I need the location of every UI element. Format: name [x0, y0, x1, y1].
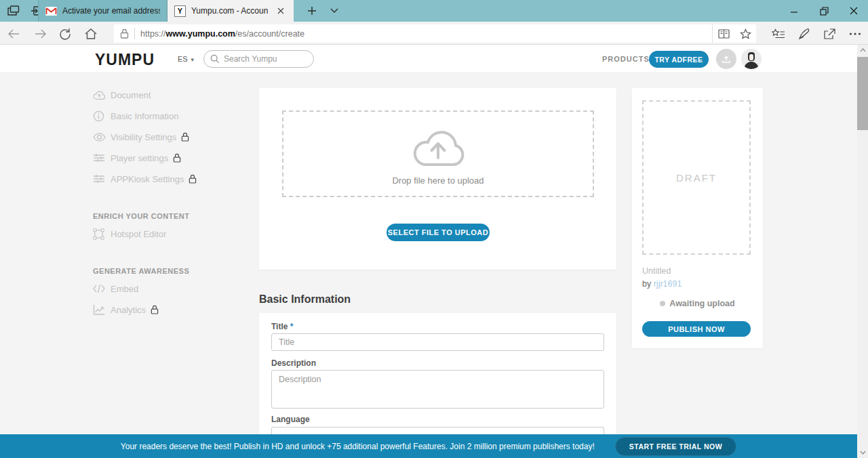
draft-placeholder: DRAFT	[642, 100, 751, 255]
sidebar-item-basic-information[interactable]: Basic Information	[93, 108, 178, 123]
sidebar-section-enrich: ENRICH YOUR CONTENT	[93, 212, 190, 220]
status-badge: Awaiting upload	[669, 299, 734, 308]
sidebar-item-label: Player settings	[111, 153, 168, 163]
lock-icon	[151, 305, 159, 314]
sidebar-item-embed[interactable]: Embed	[93, 281, 138, 296]
address-separator	[134, 28, 135, 39]
site-lock-icon[interactable]	[120, 28, 129, 39]
search-input[interactable]	[224, 54, 302, 64]
start-free-trial-button[interactable]: START FREE TRIAL NOW	[615, 437, 736, 456]
cloud-upload-icon	[283, 125, 593, 171]
site-header: YUMPU ES ▼ PRODUCTS TRY ADFREE	[0, 45, 868, 73]
publish-now-button[interactable]: PUBLISH NOW	[642, 321, 751, 337]
file-drop-zone[interactable]: Drop file here to upload	[282, 110, 594, 197]
minimize-button[interactable]	[778, 0, 809, 22]
status-dot-icon	[660, 301, 665, 306]
by-label: by	[642, 279, 654, 289]
share-icon[interactable]	[821, 26, 837, 42]
reading-view-icon[interactable]	[713, 24, 734, 43]
search-box[interactable]	[203, 50, 314, 68]
language-label: ES	[178, 55, 188, 63]
select-file-button[interactable]: SELECT FILE TO UPLOAD	[387, 224, 490, 241]
sidebar-item-label: Basic Information	[111, 111, 178, 121]
info-icon	[93, 110, 106, 122]
url-text[interactable]: https://www.yumpu.com/es/account/create	[140, 29, 304, 39]
new-tab-icon[interactable]	[300, 0, 323, 22]
document-title: Untitled	[642, 266, 671, 276]
scroll-down-icon[interactable]	[857, 447, 868, 458]
title-label-text: Title	[271, 322, 288, 331]
close-window-button[interactable]	[840, 0, 868, 22]
refresh-icon[interactable]	[57, 26, 73, 42]
tab-gmail[interactable]: Activate your email address	[38, 0, 167, 22]
sidebar-item-label: Hotspot Editor	[111, 229, 166, 239]
url-domain: www.yumpu.com	[166, 29, 235, 39]
document-preview-card: DRAFT Untitled by rjjr1691 Awaiting uplo…	[632, 88, 763, 348]
tab-title: Activate your email address	[62, 6, 160, 16]
language-label: Language	[271, 415, 310, 424]
title-input[interactable]	[271, 333, 604, 351]
scroll-up-icon[interactable]	[857, 45, 868, 56]
tab-title: Yumpu.com - Account -	[191, 6, 268, 16]
user-avatar[interactable]	[741, 49, 762, 69]
sidebar-item-label: Embed	[111, 284, 138, 294]
sidebar-item-label: Document	[111, 90, 151, 100]
scrollbar-thumb[interactable]	[857, 57, 868, 130]
sidebar-item-hotspot-editor[interactable]: Hotspot Editor	[93, 226, 166, 241]
web-notes-pen-icon[interactable]	[796, 26, 812, 42]
sidebar-item-appkiosk-settings[interactable]: APPKiosk Settings	[93, 171, 197, 186]
author-link[interactable]: rjjr1691	[654, 279, 682, 289]
settings-ellipsis-icon[interactable]	[847, 26, 863, 42]
page-scrollbar[interactable]	[857, 45, 868, 458]
address-bar[interactable]: https://www.yumpu.com/es/account/create	[114, 24, 756, 43]
restore-window-button[interactable]	[809, 0, 840, 22]
sidebar-item-analytics[interactable]: Analytics	[93, 302, 159, 317]
description-label: Description	[271, 358, 316, 368]
url-scheme: https://	[140, 29, 166, 39]
lock-icon	[181, 132, 189, 142]
byline: by rjjr1691	[642, 279, 682, 289]
back-icon[interactable]	[5, 26, 22, 42]
forward-icon[interactable]	[33, 26, 49, 42]
search-icon	[210, 54, 220, 64]
promo-banner: Your readers deserve the best! Publish i…	[0, 434, 857, 458]
sidebar-item-visibility-settings[interactable]: Visibility Settings	[93, 129, 189, 144]
yumpu-logo[interactable]: YUMPU	[95, 51, 155, 69]
sidebar-item-player-settings[interactable]: Player settings	[93, 150, 181, 165]
try-adfree-button[interactable]: TRY ADFREE	[649, 51, 709, 68]
upload-card: Drop file here to upload SELECT FILE TO …	[259, 88, 616, 270]
sidebar-item-label: APPKiosk Settings	[111, 174, 184, 184]
tab-preview-chevron-icon[interactable]	[324, 0, 344, 22]
sidebar-item-label: Visibility Settings	[111, 132, 176, 142]
sidebar-item-label: Analytics	[111, 305, 146, 315]
sidebar-item-document[interactable]: Document	[93, 87, 151, 102]
promo-message: Your readers deserve the best! Publish i…	[121, 442, 595, 451]
set-aside-tabs-icon[interactable]	[3, 0, 24, 22]
lock-icon	[173, 153, 181, 163]
navigation-bar: https://www.yumpu.com/es/account/create	[0, 22, 868, 45]
home-icon[interactable]	[83, 26, 99, 42]
browser-window: Activate your email address Y Yumpu.com …	[0, 0, 868, 458]
title-label: Title *	[271, 322, 293, 331]
sidebar-section-awareness: GENERATE AWARENESS	[93, 267, 189, 275]
cloud-upload-icon	[93, 90, 106, 100]
analytics-chart-icon	[93, 304, 106, 315]
sliders-icon	[93, 152, 106, 163]
tab-close-icon[interactable]	[275, 5, 287, 18]
status-line: Awaiting upload	[632, 299, 763, 308]
upload-avatar-icon[interactable]	[716, 49, 736, 69]
gmail-icon	[45, 7, 57, 16]
required-asterisk: *	[290, 322, 294, 331]
language-selector[interactable]: ES ▼	[178, 55, 195, 63]
products-menu[interactable]: PRODUCTS	[602, 55, 650, 63]
description-input[interactable]	[271, 370, 604, 409]
eye-icon	[93, 133, 106, 142]
address-bar-tools	[712, 24, 756, 43]
code-icon	[93, 284, 106, 293]
add-favorite-star-icon[interactable]	[734, 24, 756, 43]
hub-favorites-icon[interactable]	[770, 26, 787, 42]
basic-information-heading: Basic Information	[259, 293, 351, 306]
drop-file-text: Drop file here to upload	[283, 175, 593, 186]
tab-yumpu[interactable]: Y Yumpu.com - Account -	[167, 0, 294, 22]
chevron-down-icon: ▼	[190, 57, 195, 63]
